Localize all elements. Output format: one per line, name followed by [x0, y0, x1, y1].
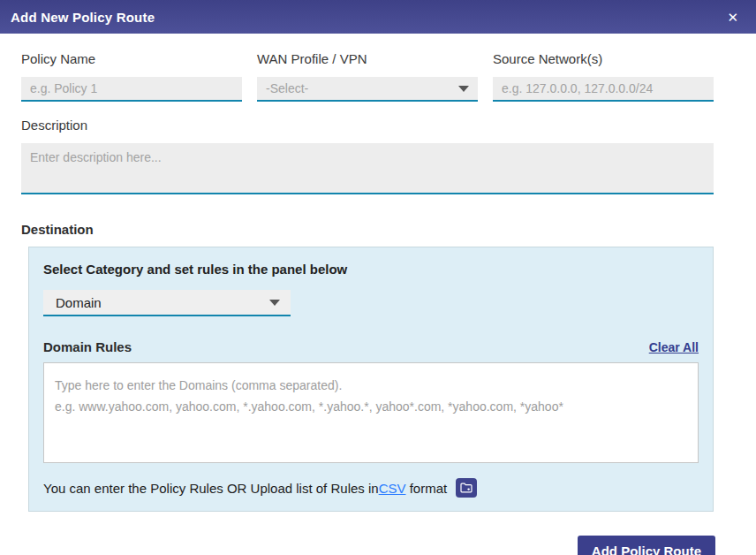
modal-header: Add New Policy Route ✕ — [0, 0, 756, 34]
folder-icon — [460, 483, 472, 493]
wan-profile-selected-value: -Select- — [266, 81, 451, 95]
description-textarea[interactable] — [21, 143, 714, 194]
upload-hint-text: You can enter the Policy Rules OR Upload… — [43, 481, 379, 496]
wan-profile-field-group: WAN Profile / VPN -Select- — [257, 51, 478, 102]
close-icon[interactable]: ✕ — [722, 7, 744, 27]
modal-body: Policy Name WAN Profile / VPN -Select- S… — [0, 51, 756, 512]
source-networks-input[interactable] — [493, 77, 714, 102]
policy-name-field-group: Policy Name — [21, 51, 242, 102]
chevron-down-icon — [269, 300, 280, 306]
rules-placeholder-line2: e.g. www.yahoo.com, yahoo.com, *.yahoo.c… — [55, 396, 687, 417]
destination-panel-title: Select Category and set rules in the pan… — [43, 262, 699, 277]
description-field-group: Description — [21, 118, 714, 198]
clear-all-link[interactable]: Clear All — [649, 340, 699, 354]
rules-placeholder-line1: Type here to enter the Domains (comma se… — [55, 375, 687, 396]
modal-title: Add New Policy Route — [11, 10, 155, 25]
csv-link[interactable]: CSV — [379, 481, 406, 496]
destination-panel: Select Category and set rules in the pan… — [28, 247, 714, 512]
domain-rules-label: Domain Rules — [43, 339, 132, 354]
modal-footer: Add Policy Route — [0, 536, 756, 555]
category-selected-value: Domain — [56, 295, 262, 310]
policy-name-label: Policy Name — [21, 51, 242, 66]
domain-rules-input[interactable]: Type here to enter the Domains (comma se… — [43, 362, 699, 463]
source-networks-field-group: Source Network(s) — [493, 51, 714, 102]
wan-profile-select[interactable]: -Select- — [257, 77, 478, 102]
wan-profile-label: WAN Profile / VPN — [257, 51, 478, 66]
add-policy-route-button[interactable]: Add Policy Route — [578, 536, 715, 555]
description-label: Description — [21, 118, 714, 133]
upload-hint-suffix: format — [406, 481, 448, 496]
destination-section-label: Destination — [21, 222, 714, 237]
policy-name-input[interactable] — [21, 77, 242, 102]
category-select[interactable]: Domain — [43, 290, 291, 316]
chevron-down-icon — [458, 86, 469, 92]
rules-header: Domain Rules Clear All — [43, 339, 699, 354]
source-networks-label: Source Network(s) — [493, 51, 714, 66]
top-field-row: Policy Name WAN Profile / VPN -Select- S… — [21, 51, 714, 102]
upload-hint: You can enter the Policy Rules OR Upload… — [43, 478, 699, 498]
upload-csv-button[interactable] — [456, 478, 477, 498]
